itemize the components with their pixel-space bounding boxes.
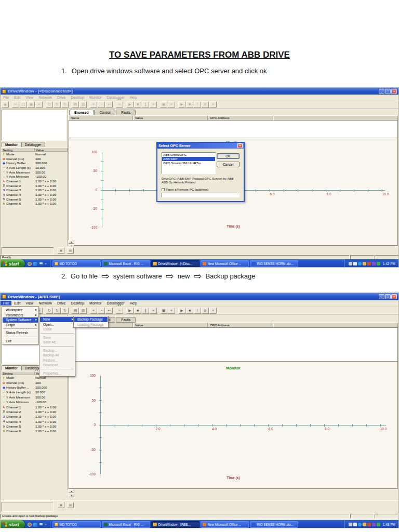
toolbar-button[interactable]: ▣ [160, 308, 167, 314]
toolbar-button[interactable]: ■ [134, 308, 141, 314]
browser-tab[interactable]: Faults [116, 317, 136, 323]
chrome-icon[interactable] [28, 523, 32, 527]
bottom-button-1[interactable] [58, 502, 64, 508]
system-software-menu-item[interactable]: Save As... [40, 340, 74, 345]
system-software-menu-item[interactable]: Backup All [40, 353, 74, 358]
menu-item[interactable]: File [1, 95, 11, 100]
tray-language-icon[interactable] [372, 523, 376, 526]
toolbar-button[interactable]: ▥ [79, 101, 87, 108]
file-menu-item[interactable] [3, 328, 37, 329]
setting-row[interactable]: 5 Channel 5 1.00 * x + 0.00 [2, 424, 68, 429]
toolbar-button[interactable]: ! [194, 101, 201, 108]
tray-messenger-icon[interactable] [367, 262, 371, 265]
menu-item[interactable]: Desktop [68, 95, 87, 100]
menu-item[interactable]: Datalogger [104, 301, 127, 305]
toolbar-button[interactable]: « [90, 308, 97, 314]
chrome-icon[interactable] [28, 262, 32, 266]
menu-item[interactable]: View [23, 95, 36, 100]
system-software-menu-item[interactable]: Restore... [40, 358, 74, 363]
menu-item[interactable]: File [1, 301, 11, 305]
taskbar-window-button[interactable]: Microsoft Excel - RIG ... [102, 260, 150, 267]
setting-row[interactable]: ⊙ Interval (ms) 100 [2, 156, 68, 161]
scroll-up-button[interactable] [69, 240, 74, 244]
toolbar-button[interactable]: ▢ [20, 101, 27, 108]
toolbar-button[interactable]: ∥ [142, 101, 149, 108]
toolbar-button[interactable]: × [35, 101, 43, 108]
setting-row[interactable]: 4 Channel 4 1.00 * x + 0.00 [2, 419, 68, 424]
system-software-menu-item[interactable]: Save [40, 335, 74, 340]
bottom-button-2[interactable] [67, 247, 74, 254]
opc-server-list-item[interactable]: OPC.SimaticHMI.HmiRTm [162, 161, 215, 165]
tray-antivirus-icon[interactable] [363, 262, 366, 265]
setting-row[interactable]: 6 Channel 6 1.00 * x + 0.00 [2, 429, 68, 433]
toolbar-button[interactable]: ∥ [142, 308, 149, 314]
toolbar-button[interactable]: ▥ [79, 308, 87, 314]
toolbar-button[interactable]: ↩ [105, 101, 113, 108]
file-menu-item[interactable]: Exit [3, 339, 38, 344]
column-value[interactable]: Value [133, 323, 208, 327]
taskbar-window-button[interactable]: DriveWindow - [ABB... [151, 521, 200, 528]
taskbar-window-button[interactable]: Microsoft Excel - RIG ... [102, 521, 150, 528]
setting-row[interactable]: 3 Channel 3 1.00 * x + 0.00 [2, 188, 68, 193]
tray-safely-remove-icon[interactable] [377, 523, 380, 526]
tray-antivirus-icon[interactable] [363, 523, 366, 526]
tray-network-icon[interactable] [358, 262, 362, 265]
setting-row[interactable]: ↓ Y Axis Minimum -100.00 [2, 400, 68, 404]
column-opc-address[interactable]: OPC Address [208, 115, 273, 120]
toolbar-button[interactable]: ■ [186, 101, 193, 108]
menu-item[interactable]: Help [127, 95, 140, 100]
bottom-button-1[interactable] [58, 247, 64, 254]
toolbar-button[interactable]: ▶ [178, 308, 185, 314]
opc-server-list-item[interactable]: ABB.OfflineOPC [162, 153, 215, 157]
setting-row[interactable]: ◆ History Buffer ... 100.000 [2, 161, 68, 165]
show-desktop-icon[interactable] [39, 262, 43, 266]
setting-row[interactable]: ↓ Y Axis Minimum -100.00 [2, 174, 68, 179]
system-software-menu-item[interactable] [41, 333, 74, 334]
setting-row[interactable]: 5 Channel 5 1.00 * x + 0.00 [2, 197, 68, 202]
system-software-menu-item[interactable] [41, 369, 74, 370]
toolbar-button[interactable]: × [150, 101, 157, 108]
taskbar-window-button[interactable]: New Microsoft Office ... [201, 260, 249, 267]
system-software-menu-item[interactable]: Open... [40, 322, 74, 327]
remote-pc-checkbox[interactable] [162, 188, 165, 191]
setting-row[interactable]: ⊙ Interval (ms) 100 [2, 380, 68, 384]
tray-keyboard-icon[interactable] [349, 262, 352, 265]
setting-row[interactable]: 6 Channel 6 1.00 * x + 0.00 [2, 202, 68, 206]
setting-row[interactable]: ƒ Mode Normal [2, 152, 68, 156]
file-menu-item[interactable]: Status Refresh [3, 330, 38, 336]
toolbar-button[interactable]: ■ [186, 308, 193, 314]
messenger-icon[interactable] [33, 262, 37, 266]
setting-row[interactable]: 1 Channel 1 1.00 * x + 0.00 [2, 404, 68, 409]
browser-tab[interactable]: Browsed [69, 110, 94, 115]
menu-item[interactable]: View [23, 301, 36, 305]
toolbar-button[interactable]: × [150, 308, 157, 314]
taskbar-window-button[interactable]: RIG SENSE HORN .do... [250, 521, 298, 528]
start-button[interactable]: start [1, 259, 25, 268]
menu-item[interactable]: Network [36, 95, 55, 100]
toolbar-button[interactable]: ↻ [54, 101, 61, 108]
tray-keyboard-icon[interactable] [349, 523, 352, 526]
panel-tab[interactable]: Datalogger [21, 142, 45, 147]
setting-row[interactable]: 1 Channel 1 1.00 * x + 0.00 [2, 179, 68, 183]
toolbar-button[interactable]: ↻ [61, 308, 69, 314]
tray-volume-icon[interactable] [353, 262, 357, 265]
menu-item[interactable]: Monitor [87, 95, 104, 100]
setting-row[interactable]: ⇔ X Axis Length (s) 10.000 [2, 165, 68, 170]
tray-network-icon[interactable] [358, 523, 362, 526]
parameter-list[interactable] [69, 327, 398, 362]
toolbar-button[interactable]: ↩ [105, 308, 113, 314]
toolbar-button[interactable]: ↻ [46, 101, 53, 108]
settings-header-setting[interactable]: Setting [2, 371, 35, 375]
setting-row[interactable]: 4 Channel 4 1.00 * x + 0.00 [2, 192, 68, 197]
system-software-menu-item[interactable]: New [40, 317, 74, 322]
file-menu-item[interactable]: System Software [3, 317, 38, 323]
toolbar-button[interactable]: ↻ [54, 308, 61, 314]
toolbar-button[interactable]: ! [194, 308, 201, 314]
toolbar-button[interactable]: ↻ [61, 101, 69, 108]
toolbar-button[interactable]: ◔ [98, 101, 105, 108]
toolbar-button[interactable]: « [168, 101, 175, 108]
tray-language-icon[interactable] [372, 262, 376, 265]
system-software-menu-item[interactable]: Backup... [40, 348, 74, 353]
setting-row[interactable]: 2 Channel 2 1.00 * x + 0.00 [2, 183, 68, 188]
close-button[interactable] [391, 89, 397, 94]
